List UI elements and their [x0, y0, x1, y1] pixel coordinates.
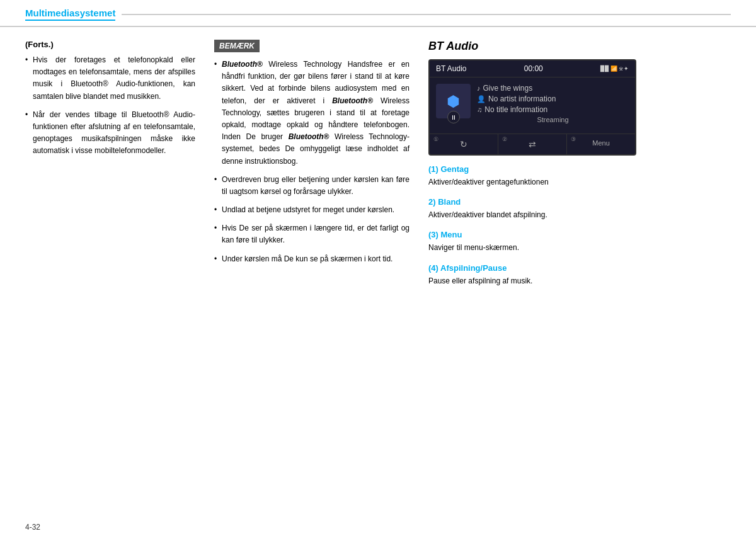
middle-bullet-list: Bluetooth® Wireless Technology Handsfree… — [214, 59, 410, 265]
wifi-icon: ※✦ — [619, 65, 629, 72]
list-item: Overdreven brug eller betjening under kø… — [214, 174, 410, 198]
repeat-icon: ↻ — [460, 139, 467, 149]
bt-status-icons: ▉▉ 📶 ※✦ — [600, 65, 629, 72]
bt-header-title: BT Audio — [436, 64, 466, 73]
bluetooth-brand: Bluetooth® — [222, 60, 263, 69]
bt-artist-text: No artist information — [488, 94, 556, 103]
middle-column: BEMÆRK Bluetooth® Wireless Technology Ha… — [214, 40, 410, 518]
list-item: Undlad at betjene udstyret for meget und… — [214, 204, 410, 216]
person-icon: 👤 — [477, 95, 486, 103]
list-item: Under kørslen må De kun se på skærmen i … — [214, 253, 410, 265]
page-title: Multimediasystemet — [25, 8, 115, 21]
bt-track-info: ♪ Give the wings 👤 No artist information… — [477, 84, 629, 127]
ctrl-number-1: ① — [433, 136, 438, 142]
bt-controls-bar: ① ↻ ② ⇄ ③ Menu — [430, 134, 635, 154]
bt-title-line: ♫ No title information — [477, 105, 629, 114]
bt-title-text: No title information — [484, 105, 547, 114]
list-item: Bluetooth® Wireless Technology Handsfree… — [214, 59, 410, 168]
ctrl-number-2: ② — [502, 136, 507, 142]
header-divider — [122, 14, 731, 15]
section-heading-menu: (3) Menu — [428, 230, 731, 239]
bt-shuffle-button[interactable]: ② ⇄ — [498, 134, 567, 154]
bt-album-art: ⬢ ⏸ — [436, 84, 471, 118]
section-body-afspilning: Pause eller afspilning af musik. — [428, 275, 731, 287]
bt-screen-body: ⬢ ⏸ ♪ Give the wings 👤 No artist informa… — [430, 77, 635, 134]
bluetooth-icon: ⬢ — [447, 93, 460, 110]
main-content: (Forts.) Hvis der foretages et telefonop… — [0, 27, 756, 530]
bt-audio-screen: BT Audio 00:00 ▉▉ 📶 ※✦ ⬢ ⏸ ♪ Give the w — [428, 59, 636, 156]
bt-streaming-label: Streaming — [477, 116, 629, 127]
signal-icon: 📶 — [610, 65, 617, 72]
left-column: (Forts.) Hvis der foretages et telefonop… — [25, 40, 195, 518]
bluetooth-brand-2: Bluetooth® — [332, 96, 373, 105]
page-header: Multimediasystemet — [0, 0, 756, 27]
list-item: Når der vendes tilbage til Bluetooth® Au… — [25, 109, 195, 157]
bt-artist-line: 👤 No artist information — [477, 94, 629, 103]
ctrl-number-3: ③ — [571, 136, 576, 142]
bt-track-give-wings: ♪ Give the wings — [477, 84, 629, 93]
bt-audio-section-title: BT Audio — [428, 40, 731, 53]
bt-play-pause-button[interactable]: ⏸ — [447, 111, 460, 123]
section-heading-afspilning: (4) Afspilning/Pause — [428, 263, 731, 273]
bt-track-give-wings-text: Give the wings — [483, 84, 533, 93]
right-column: BT Audio BT Audio 00:00 ▉▉ 📶 ※✦ ⬢ ⏸ — [428, 40, 731, 518]
bt-repeat-button[interactable]: ① ↻ — [430, 134, 498, 154]
music-note-icon: ♪ — [477, 84, 481, 92]
note-icon: ♫ — [477, 106, 482, 113]
forts-title: (Forts.) — [25, 40, 195, 49]
shuffle-icon: ⇄ — [529, 139, 536, 149]
list-item: Hvis der foretages et telefonopkald elle… — [25, 54, 195, 103]
section-heading-gentag: (1) Gentag — [428, 164, 731, 174]
bt-header-time: 00:00 — [524, 64, 543, 73]
page-number: 4-32 — [25, 523, 40, 532]
bluetooth-brand-3: Bluetooth® — [289, 132, 329, 141]
battery-icon: ▉▉ — [600, 65, 609, 72]
left-bullet-list: Hvis der foretages et telefonopkald elle… — [25, 54, 195, 157]
list-item: Hvis De ser på skærmen i længere tid, er… — [214, 222, 410, 246]
section-heading-bland: 2) Bland — [428, 197, 731, 207]
bt-menu-button[interactable]: ③ Menu — [567, 134, 635, 154]
bemerk-label: BEMÆRK — [214, 40, 260, 52]
bt-menu-label: Menu — [592, 139, 610, 147]
bt-screen-header: BT Audio 00:00 ▉▉ 📶 ※✦ — [430, 60, 635, 77]
section-body-menu: Naviger til menu-skærmen. — [428, 242, 731, 254]
section-body-bland: Aktiver/deaktiver blandet afspilning. — [428, 209, 731, 221]
section-body-gentag: Aktiver/deaktiver gentagefunktionen — [428, 176, 731, 188]
